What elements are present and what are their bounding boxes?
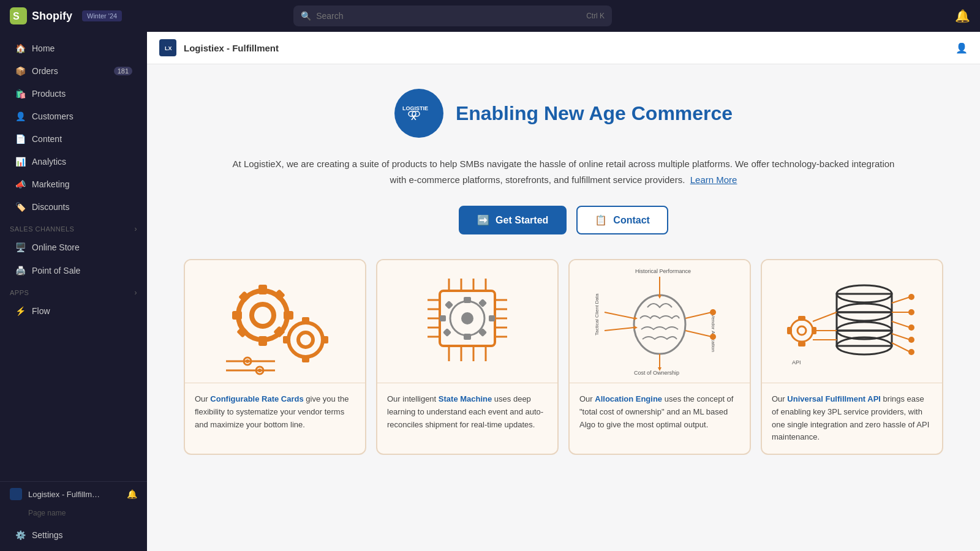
sales-channels-section[interactable]: Sales channels › bbox=[0, 219, 147, 236]
svg-rect-88 bbox=[787, 327, 792, 334]
app-header-title: Logistiex - Fulfillment bbox=[184, 43, 279, 53]
sidebar-item-flow[interactable]: ⚡ Flow bbox=[5, 300, 142, 322]
svg-text:LOGISTIE: LOGISTIE bbox=[402, 105, 428, 111]
discounts-icon: 🏷️ bbox=[15, 201, 26, 212]
card-allocation-engine: Historical Performance Tactical Client D… bbox=[568, 259, 751, 455]
svg-rect-37 bbox=[445, 301, 453, 309]
svg-text:Tactical Client Data: Tactical Client Data bbox=[594, 293, 600, 335]
svg-rect-33 bbox=[464, 297, 471, 303]
content-icon: 📄 bbox=[15, 133, 26, 144]
customers-icon: 👤 bbox=[15, 111, 26, 122]
fulfillment-api-link[interactable]: Universal Fulfillment API bbox=[787, 394, 881, 403]
svg-point-27 bbox=[246, 359, 249, 363]
svg-point-84 bbox=[791, 320, 813, 342]
app-header: LX Logistiex - Fulfillment 👤 bbox=[147, 32, 980, 64]
search-shortcut: Ctrl K bbox=[586, 12, 605, 20]
card-state-machine: Our intelligent State Machine uses deep … bbox=[376, 259, 559, 455]
svg-point-41 bbox=[461, 312, 473, 324]
brand-header: LOGISTIE X Enabling New Age Commerce bbox=[184, 89, 943, 138]
svg-marker-70 bbox=[658, 295, 662, 299]
learn-more-link[interactable]: Learn More bbox=[690, 174, 737, 185]
svg-line-94 bbox=[892, 297, 910, 303]
svg-rect-24 bbox=[321, 336, 328, 343]
allocation-engine-link[interactable]: Allocation Engine bbox=[595, 394, 662, 403]
sidebar-item-marketing[interactable]: 📣 Marketing bbox=[5, 173, 142, 195]
orders-badge: 181 bbox=[114, 67, 132, 75]
card-body-state-machine: Our intelligent State Machine uses deep … bbox=[377, 383, 557, 441]
card-body-allocation-engine: Our Allocation Engine uses the concept o… bbox=[570, 383, 750, 441]
search-icon: 🔍 bbox=[301, 11, 311, 21]
rate-cards-link[interactable]: Configurable Rate Cards bbox=[210, 394, 303, 403]
svg-point-97 bbox=[908, 309, 914, 315]
svg-rect-14 bbox=[284, 311, 293, 320]
svg-marker-68 bbox=[634, 326, 638, 329]
user-icon[interactable]: 👤 bbox=[956, 42, 968, 54]
search-bar[interactable]: 🔍 Ctrl K bbox=[293, 6, 612, 26]
notification-bell[interactable]: 🔔 bbox=[955, 9, 970, 23]
chevron-right-icon: › bbox=[135, 225, 138, 233]
svg-point-103 bbox=[908, 349, 914, 355]
card-rate-cards: Our Configurable Rate Cards give you the… bbox=[184, 259, 366, 455]
svg-text:Historical Performance: Historical Performance bbox=[635, 268, 691, 274]
brand-title: Enabling New Age Commerce bbox=[456, 102, 733, 125]
svg-point-19 bbox=[288, 323, 323, 357]
svg-text:LX: LX bbox=[165, 45, 172, 51]
sidebar-item-products[interactable]: 🛍️ Products bbox=[5, 83, 142, 105]
card-body-fulfillment-api: Our Universal Fulfillment API brings eas… bbox=[762, 383, 942, 454]
app-icon bbox=[10, 488, 22, 500]
active-app-item[interactable]: Logistiex - Fulfillment ... 🔔 bbox=[0, 482, 147, 506]
orders-icon: 📦 bbox=[15, 66, 26, 77]
home-icon: 🏠 bbox=[15, 43, 26, 54]
svg-point-95 bbox=[908, 294, 914, 300]
svg-point-61 bbox=[634, 295, 685, 354]
svg-rect-13 bbox=[232, 311, 242, 320]
settings-icon: ⚙️ bbox=[15, 530, 26, 541]
active-app-label: Logistiex - Fulfillment ... bbox=[28, 490, 102, 499]
sidebar-item-online-store[interactable]: 🖥️ Online Store bbox=[5, 236, 142, 258]
state-machine-link[interactable]: State Machine bbox=[439, 394, 492, 403]
sidebar-item-home[interactable]: 🏠 Home bbox=[5, 37, 142, 59]
svg-line-100 bbox=[892, 334, 910, 340]
sidebar-item-content[interactable]: 📄 Content bbox=[5, 128, 142, 150]
products-icon: 🛍️ bbox=[15, 88, 26, 99]
svg-line-73 bbox=[685, 331, 712, 337]
contact-icon: 📋 bbox=[595, 214, 607, 226]
contact-button[interactable]: 📋 Contact bbox=[576, 206, 668, 234]
get-started-button[interactable]: ➡️ Get Started bbox=[459, 206, 567, 234]
brand-logo: LOGISTIE X bbox=[394, 89, 443, 138]
card-fulfillment-api: API bbox=[761, 259, 943, 455]
svg-text:S: S bbox=[13, 11, 20, 21]
svg-point-4 bbox=[398, 92, 440, 135]
page-name-label: Page name bbox=[0, 506, 147, 523]
svg-line-98 bbox=[892, 321, 910, 328]
search-input[interactable] bbox=[316, 11, 581, 21]
main-content: LX Logistiex - Fulfillment 👤 LOGISTIE X bbox=[147, 32, 980, 551]
svg-rect-12 bbox=[258, 336, 267, 346]
topbar: S shopify Winter '24 🔍 Ctrl K 🔔 bbox=[0, 0, 980, 32]
card-image-state-machine bbox=[377, 260, 557, 383]
svg-line-91 bbox=[813, 312, 837, 321]
sidebar-item-discounts[interactable]: 🏷️ Discounts bbox=[5, 196, 142, 218]
sidebar-item-customers[interactable]: 👤 Customers bbox=[5, 105, 142, 127]
brand-description: At LogistieX, we are creating a suite of… bbox=[227, 156, 900, 187]
sidebar-item-point-of-sale[interactable]: 🖨️ Point of Sale bbox=[5, 260, 142, 282]
flow-icon: ⚡ bbox=[15, 305, 26, 317]
shopify-logo: S shopify bbox=[10, 7, 72, 24]
svg-point-101 bbox=[908, 337, 914, 343]
sidebar-item-settings[interactable]: ⚙️ Settings bbox=[5, 524, 142, 546]
svg-rect-22 bbox=[302, 355, 309, 362]
card-image-rate-cards bbox=[185, 260, 365, 383]
svg-rect-11 bbox=[258, 285, 267, 294]
svg-point-30 bbox=[258, 369, 262, 372]
svg-line-71 bbox=[685, 312, 712, 318]
apps-section[interactable]: Apps › bbox=[0, 282, 147, 299]
sidebar-item-orders[interactable]: 📦 Orders 181 bbox=[5, 60, 142, 82]
svg-point-72 bbox=[710, 309, 716, 315]
sidebar-item-analytics[interactable]: 📊 Analytics bbox=[5, 151, 142, 173]
arrow-right-icon: ➡️ bbox=[477, 214, 489, 226]
svg-point-99 bbox=[908, 324, 914, 331]
card-body-rate-cards: Our Configurable Rate Cards give you the… bbox=[185, 383, 365, 441]
svg-rect-36 bbox=[489, 315, 495, 321]
svg-rect-21 bbox=[302, 317, 309, 324]
sidebar: 🏠 Home 📦 Orders 181 🛍️ Products 👤 Custom… bbox=[0, 32, 147, 551]
